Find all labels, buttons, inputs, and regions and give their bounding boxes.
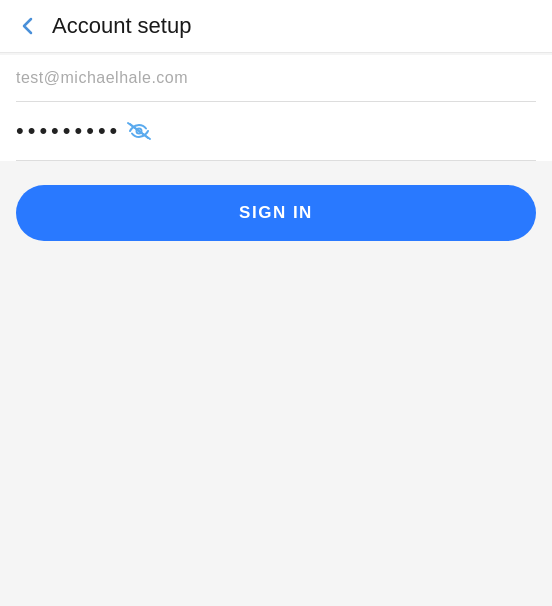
toggle-password-button[interactable] <box>121 116 157 146</box>
bottom-area <box>0 241 552 606</box>
screen: Account setup test@michaelhale.com •••••… <box>0 0 552 606</box>
svg-line-1 <box>130 124 148 138</box>
form-container: test@michaelhale.com ••••••••• <box>0 55 552 161</box>
password-field-row: ••••••••• <box>16 102 536 161</box>
email-field-row: test@michaelhale.com <box>16 55 536 102</box>
back-arrow-icon <box>17 15 39 37</box>
header: Account setup <box>0 0 552 53</box>
eye-slash-icon <box>125 120 153 142</box>
page-title: Account setup <box>52 13 191 39</box>
email-display: test@michaelhale.com <box>16 69 188 87</box>
password-dots: ••••••••• <box>16 118 121 144</box>
back-button[interactable] <box>12 10 44 42</box>
sign-in-button[interactable]: SIGN IN <box>16 185 536 241</box>
